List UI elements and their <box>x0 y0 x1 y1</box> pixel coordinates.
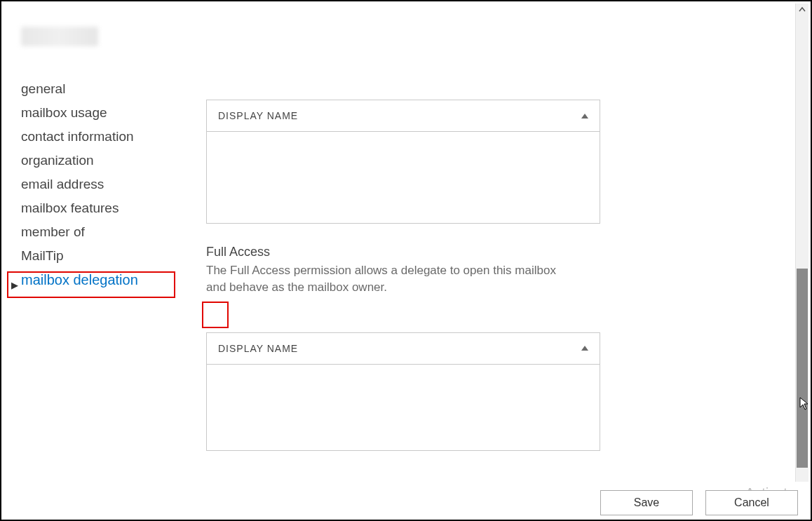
sidebar-item-mailtip[interactable]: MailTip <box>21 244 179 268</box>
full-access-list-body[interactable] <box>207 365 600 450</box>
cancel-button[interactable]: Cancel <box>705 490 798 515</box>
full-access-heading: Full Access <box>206 245 613 259</box>
full-access-remove-button[interactable] <box>229 306 247 324</box>
sidebar-item-mailbox-delegation[interactable]: ▸ mailbox delegation <box>21 268 179 292</box>
minus-icon <box>231 75 245 89</box>
section1-list-body[interactable] <box>207 132 600 223</box>
sidebar-item-member-of[interactable]: member of <box>21 220 179 244</box>
sidebar-item-organization[interactable]: organization <box>21 149 179 172</box>
plus-icon <box>208 308 222 322</box>
sort-ascending-icon <box>581 114 588 119</box>
full-access-list-header[interactable]: DISPLAY NAME <box>207 333 600 365</box>
dialog-title-blurred <box>21 27 98 46</box>
full-access-column-label: DISPLAY NAME <box>218 343 298 354</box>
sidebar-item-general[interactable]: general <box>21 77 179 101</box>
full-access-add-button[interactable] <box>206 306 224 324</box>
section1-add-button[interactable] <box>206 73 224 91</box>
sort-ascending-icon <box>581 346 588 351</box>
sidebar-item-email-address[interactable]: email address <box>21 172 179 196</box>
sidebar-item-contact-information[interactable]: contact information <box>21 125 179 149</box>
full-access-toolbar <box>206 306 613 324</box>
save-button[interactable]: Save <box>600 490 693 515</box>
section1-column-label: DISPLAY NAME <box>218 110 298 121</box>
dialog-frame: general mailbox usage contact informatio… <box>0 0 812 521</box>
sidebar-item-mailbox-features[interactable]: mailbox features <box>21 196 179 220</box>
scrollbar[interactable] <box>795 4 808 482</box>
section1-list: DISPLAY NAME <box>206 100 600 224</box>
sidebar-item-mailbox-usage[interactable]: mailbox usage <box>21 101 179 125</box>
scroll-up-icon[interactable] <box>796 4 808 16</box>
full-access-description: The Full Access permission allows a dele… <box>206 262 578 296</box>
plus-icon <box>208 75 222 89</box>
section1-toolbar <box>206 73 613 91</box>
selected-indicator-icon: ▸ <box>11 276 18 293</box>
section1-remove-button[interactable] <box>229 73 247 91</box>
sidebar-nav: general mailbox usage contact informatio… <box>21 77 179 292</box>
button-bar: Save Cancel <box>1 483 811 520</box>
content-area: DISPLAY NAME Full Access The Full Access… <box>206 73 613 451</box>
minus-icon <box>231 308 245 322</box>
scroll-thumb[interactable] <box>797 269 808 468</box>
section1-list-header[interactable]: DISPLAY NAME <box>207 100 600 132</box>
full-access-list: DISPLAY NAME <box>206 332 600 451</box>
sidebar-item-label: mailbox delegation <box>21 272 138 287</box>
